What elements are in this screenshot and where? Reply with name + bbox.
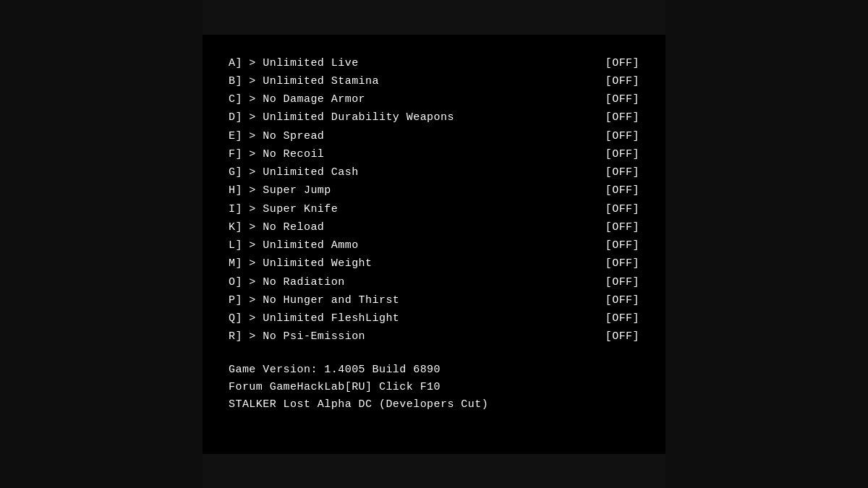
menu-item-status: [OFF] [605, 292, 639, 309]
menu-item[interactable]: D] > Unlimited Durability Weapons[OFF] [229, 109, 639, 126]
menu-item-status: [OFF] [605, 128, 639, 145]
menu-item-label: Q] > Unlimited FleshLight [229, 310, 399, 327]
footer-line-2: Forum GameHackLab[RU] Click F10 [229, 379, 639, 396]
menu-item-status: [OFF] [605, 55, 639, 72]
menu-item[interactable]: A] > Unlimited Live[OFF] [229, 55, 639, 72]
menu-item-label: C] > No Damage Armor [229, 91, 365, 108]
menu-item-status: [OFF] [605, 109, 639, 126]
cheat-menu: A] > Unlimited Live[OFF]B] > Unlimited S… [203, 35, 665, 454]
menu-item[interactable]: H] > Super Jump[OFF] [229, 182, 639, 199]
menu-item[interactable]: F] > No Recoil[OFF] [229, 146, 639, 163]
menu-item[interactable]: L] > Unlimited Ammo[OFF] [229, 237, 639, 254]
side-panel-right [665, 0, 868, 488]
menu-item[interactable]: Q] > Unlimited FleshLight[OFF] [229, 310, 639, 327]
menu-item-status: [OFF] [605, 310, 639, 327]
menu-items-list: A] > Unlimited Live[OFF]B] > Unlimited S… [229, 55, 639, 346]
menu-item-status: [OFF] [605, 73, 639, 90]
menu-item-status: [OFF] [605, 182, 639, 199]
menu-item-status: [OFF] [605, 219, 639, 236]
menu-item[interactable]: I] > Super Knife[OFF] [229, 201, 639, 218]
menu-item[interactable]: B] > Unlimited Stamina[OFF] [229, 73, 639, 90]
menu-item-label: O] > No Radiation [229, 274, 345, 291]
menu-item-status: [OFF] [605, 146, 639, 163]
menu-item[interactable]: E] > No Spread[OFF] [229, 128, 639, 145]
footer-line-3: STALKER Lost Alpha DC (Developers Cut) [229, 396, 639, 414]
menu-item[interactable]: K] > No Reload[OFF] [229, 219, 639, 236]
menu-item-status: [OFF] [605, 274, 639, 291]
menu-item-label: L] > Unlimited Ammo [229, 237, 359, 254]
menu-item-label: H] > Super Jump [229, 182, 331, 199]
menu-item-label: P] > No Hunger and Thirst [229, 292, 399, 309]
menu-item-status: [OFF] [605, 164, 639, 181]
menu-item-label: K] > No Reload [229, 219, 324, 236]
menu-item-label: G] > Unlimited Cash [229, 164, 359, 181]
footer-line-1: Game Version: 1.4005 Build 6890 [229, 361, 639, 379]
menu-item[interactable]: M] > Unlimited Weight[OFF] [229, 255, 639, 272]
menu-item[interactable]: G] > Unlimited Cash[OFF] [229, 164, 639, 181]
menu-item[interactable]: C] > No Damage Armor[OFF] [229, 91, 639, 108]
menu-item-label: M] > Unlimited Weight [229, 255, 372, 272]
menu-item[interactable]: R] > No Psi-Emission[OFF] [229, 328, 639, 345]
menu-item-status: [OFF] [605, 91, 639, 108]
menu-item-label: E] > No Spread [229, 128, 324, 145]
side-panel-left [0, 0, 203, 488]
menu-item-label: A] > Unlimited Live [229, 55, 359, 72]
menu-item-label: R] > No Psi-Emission [229, 328, 365, 345]
menu-item-label: D] > Unlimited Durability Weapons [229, 109, 454, 126]
menu-item-label: F] > No Recoil [229, 146, 324, 163]
menu-item[interactable]: O] > No Radiation[OFF] [229, 274, 639, 291]
footer-section: Game Version: 1.4005 Build 6890 Forum Ga… [229, 361, 639, 414]
menu-item-status: [OFF] [605, 328, 639, 345]
outer-container: A] > Unlimited Live[OFF]B] > Unlimited S… [0, 0, 868, 488]
menu-item-label: B] > Unlimited Stamina [229, 73, 379, 90]
menu-item-status: [OFF] [605, 255, 639, 272]
menu-item-status: [OFF] [605, 201, 639, 218]
menu-item-label: I] > Super Knife [229, 201, 338, 218]
menu-item[interactable]: P] > No Hunger and Thirst[OFF] [229, 292, 639, 309]
menu-item-status: [OFF] [605, 237, 639, 254]
